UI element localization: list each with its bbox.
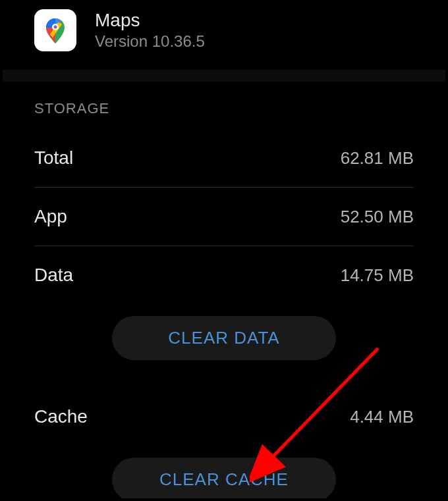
total-row: Total 62.81 MB xyxy=(3,129,445,187)
clear-cache-button[interactable]: CLEAR CACHE xyxy=(112,458,336,501)
google-maps-icon xyxy=(34,9,76,51)
clear-data-button[interactable]: CLEAR DATA xyxy=(112,316,336,360)
app-row: App 52.50 MB xyxy=(3,188,445,246)
cache-row: Cache 4.44 MB xyxy=(3,388,445,446)
cache-value: 4.44 MB xyxy=(350,407,414,427)
app-label: App xyxy=(34,206,67,227)
data-value: 14.75 MB xyxy=(341,265,414,286)
svg-point-1 xyxy=(54,26,57,29)
data-label: Data xyxy=(34,265,73,286)
storage-section-title: STORAGE xyxy=(3,82,445,129)
app-value: 52.50 MB xyxy=(341,207,414,227)
app-name: Maps xyxy=(95,10,205,31)
cache-section: Cache 4.44 MB CLEAR CACHE xyxy=(3,388,445,501)
app-header: Maps Version 10.36.5 xyxy=(3,3,445,70)
data-row: Data 14.75 MB xyxy=(3,246,445,304)
section-divider xyxy=(3,70,445,82)
cache-label: Cache xyxy=(34,406,88,427)
app-version: Version 10.36.5 xyxy=(95,32,205,51)
app-info: Maps Version 10.36.5 xyxy=(95,10,205,51)
total-label: Total xyxy=(34,147,73,169)
total-value: 62.81 MB xyxy=(341,148,414,169)
